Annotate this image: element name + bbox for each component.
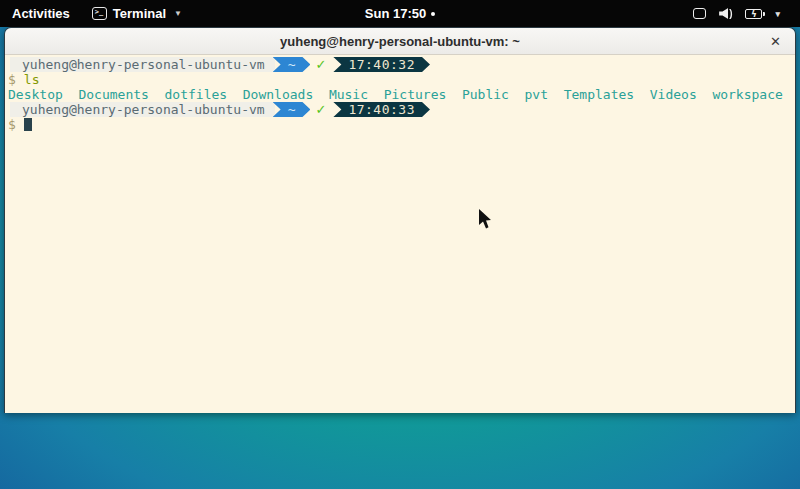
notification-dot-icon <box>431 12 435 16</box>
directory-name: Downloads <box>243 87 313 102</box>
speaker-wave-icon: ) <box>729 7 732 19</box>
directory-name: Music <box>329 87 368 102</box>
close-button[interactable]: ✕ <box>770 28 781 54</box>
directory-name: pvt <box>525 87 548 102</box>
chevron-down-icon: ▼ <box>174 9 182 18</box>
speaker-icon <box>719 8 728 19</box>
app-menu-label: Terminal <box>113 6 166 21</box>
activities-button[interactable]: Activities <box>0 0 82 27</box>
prompt-user-host: yuheng@henry-personal-ubuntu-vm <box>10 102 275 117</box>
window-titlebar[interactable]: yuheng@henry-personal-ubuntu-vm: ~ ✕ <box>5 28 795 55</box>
directory-name: Desktop <box>8 87 63 102</box>
command-text: ls <box>24 72 40 87</box>
lightning-bolt-icon: ϟ <box>751 10 757 18</box>
prompt-user-host: yuheng@henry-personal-ubuntu-vm <box>10 57 275 72</box>
prompt-cwd-segment: ~ <box>273 102 311 117</box>
system-menu-chevron-icon: ▾ <box>775 9 780 19</box>
top-bar-left: Activities >_ Terminal ▼ <box>0 0 192 27</box>
prompt-status-check-icon: ✓ <box>310 102 333 117</box>
terminal-cursor <box>24 118 32 131</box>
terminal-content[interactable]: yuheng@henry-personal-ubuntu-vm ~ ✓ 17:4… <box>5 55 795 413</box>
directory-name: Videos <box>650 87 697 102</box>
battery-charging-icon: ϟ <box>745 9 762 19</box>
prompt-cwd-segment: ~ <box>273 57 311 72</box>
prompt-time-segment: 17:40:33 <box>333 102 430 117</box>
directory-name: dotfiles <box>165 87 228 102</box>
ls-output-row: Desktop Documents dotfiles Downloads Mus… <box>5 87 795 102</box>
command-line-active[interactable]: $ <box>5 117 795 132</box>
command-line: $ ls <box>5 72 795 87</box>
clock-label: Sun 17:50 <box>365 6 426 21</box>
prompt-dollar: $ <box>8 72 16 87</box>
directory-name: Public <box>462 87 509 102</box>
top-bar: Activities >_ Terminal ▼ Sun 17:50 ) ϟ ▾ <box>0 0 800 27</box>
app-menu-terminal[interactable]: >_ Terminal ▼ <box>82 0 192 27</box>
volume-icon: ) <box>719 8 732 19</box>
directory-name: Documents <box>78 87 148 102</box>
directory-name: workspace <box>712 87 782 102</box>
prompt-status-check-icon: ✓ <box>310 57 333 72</box>
display-icon <box>693 8 706 19</box>
window-title: yuheng@henry-personal-ubuntu-vm: ~ <box>280 34 520 49</box>
terminal-window: yuheng@henry-personal-ubuntu-vm: ~ ✕ yuh… <box>4 27 796 413</box>
clock-button[interactable]: Sun 17:50 <box>365 6 435 21</box>
directory-name: Templates <box>564 87 634 102</box>
terminal-icon: >_ <box>92 7 107 20</box>
prompt-line: yuheng@henry-personal-ubuntu-vm ~ ✓ 17:4… <box>5 102 795 117</box>
system-status-area[interactable]: ) ϟ ▾ <box>693 0 800 27</box>
prompt-dollar: $ <box>8 117 16 132</box>
directory-name: Pictures <box>384 87 447 102</box>
prompt-line: yuheng@henry-personal-ubuntu-vm ~ ✓ 17:4… <box>5 57 795 72</box>
prompt-time-segment: 17:40:32 <box>333 57 430 72</box>
